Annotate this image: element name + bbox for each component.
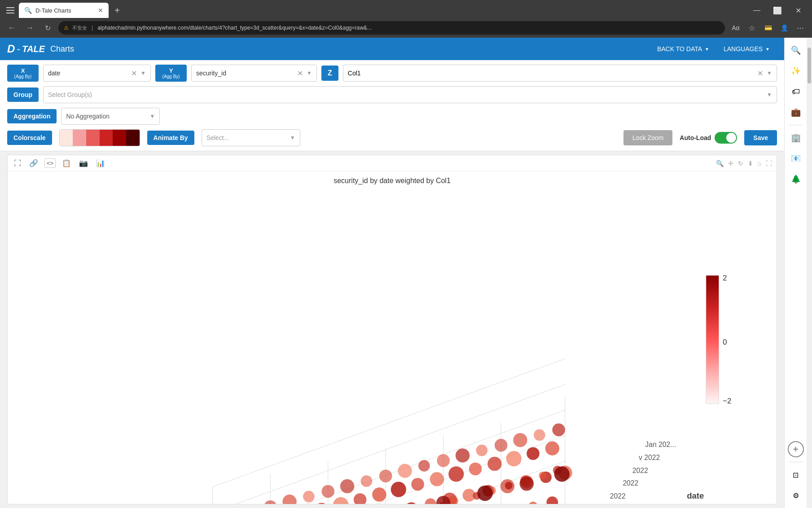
back-to-data-button[interactable]: BACK TO DATA ▼ (650, 42, 716, 56)
restore-button[interactable]: ⬜ (767, 1, 788, 19)
chart-content: security_id by date weighted by Col1 (8, 171, 777, 504)
search-sidebar-icon[interactable]: 🔍 (788, 42, 804, 58)
data-icon[interactable]: 📋 (60, 158, 73, 168)
copilot-sidebar-icon[interactable]: ✨ (788, 63, 804, 79)
svg-point-78 (437, 454, 450, 467)
svg-point-58 (372, 487, 386, 501)
camera-icon[interactable]: 📷 (77, 158, 90, 168)
favorites-button[interactable]: ☆ (745, 21, 759, 35)
x-axis-input[interactable]: date ✕ ▼ (43, 65, 151, 82)
pan-icon[interactable]: ✛ (728, 160, 733, 167)
y-axis-label-5: v 2022 (639, 454, 660, 461)
y-axis-label-3: 2022 (623, 479, 638, 487)
svg-point-82 (513, 433, 527, 447)
axis-row: X (Agg By) date ✕ ▼ Y (Agg By) security_… (7, 65, 777, 82)
scrollbar-track[interactable] (807, 38, 812, 508)
logo: D - TALE (7, 43, 45, 55)
tag-sidebar-icon[interactable]: 🏷 (788, 83, 804, 100)
svg-rect-0 (6, 7, 14, 8)
new-tab-button[interactable]: + (110, 4, 124, 17)
group-input[interactable]: Select Group(s) ▼ (43, 86, 777, 103)
save-button[interactable]: Save (744, 130, 777, 145)
chart-axes: 100k 100.005k 100.01k 100.015k 100.02k 1… (174, 359, 704, 504)
autoload-toggle[interactable] (715, 132, 737, 144)
more-button[interactable]: ⋯ (793, 21, 808, 35)
office-sidebar-icon[interactable]: 🏢 (788, 130, 804, 146)
fullscreen2-icon[interactable]: ⛶ (766, 160, 772, 167)
zoom-in-icon[interactable]: 🔍 (716, 160, 724, 167)
z-clear-button[interactable]: ✕ (757, 69, 763, 78)
aggregation-select[interactable]: No Aggregation ▼ (61, 108, 160, 125)
colorscale-preview[interactable] (59, 129, 140, 146)
settings-sidebar-icon[interactable]: ⚙ (788, 487, 804, 504)
y-axis-badge[interactable]: Y (Agg By) (155, 65, 187, 82)
url-bar[interactable]: ⚠ 不安全 | alphatechadmin.pythonanywhere.co… (58, 21, 725, 35)
export-icon[interactable]: 📊 (94, 158, 107, 168)
back-button[interactable]: ← (4, 21, 19, 35)
group-dropdown-icon[interactable]: ▼ (767, 92, 772, 98)
active-tab[interactable]: 🔍 D-Tale Charts ✕ (19, 3, 109, 18)
svg-point-74 (361, 475, 373, 487)
resize-sidebar-icon[interactable]: ⊡ (788, 467, 804, 483)
lock-zoom-button[interactable]: Lock Zoom (623, 130, 672, 145)
y-dropdown-icon[interactable]: ▼ (307, 70, 312, 76)
group-badge: Group (7, 88, 39, 102)
profile-button[interactable]: 👤 (777, 21, 791, 35)
refresh-button[interactable]: ↻ (40, 21, 55, 35)
fullscreen-icon[interactable]: ⛶ (12, 158, 23, 168)
home-icon[interactable]: ⌂ (758, 160, 761, 167)
right-sidebar: 🔍 ✨ 🏷 💼 🏢 📧 🌲 + ⊡ ⚙ (784, 38, 807, 508)
read-mode-button[interactable]: Aα (729, 21, 743, 35)
tab-close-button[interactable]: ✕ (98, 7, 103, 14)
languages-button[interactable]: LANGUAGES ▼ (716, 42, 777, 56)
forward-button[interactable]: → (22, 21, 37, 35)
svg-point-81 (495, 439, 508, 452)
colorbar-label-top: 2 (723, 274, 727, 282)
svg-point-110 (554, 466, 570, 482)
svg-point-69 (264, 500, 277, 504)
y-axis-input[interactable]: security_id ✕ ▼ (191, 65, 317, 82)
y-value: security_id (196, 70, 294, 77)
group-row: Group Select Group(s) ▼ (7, 86, 777, 103)
url-separator: | (92, 25, 93, 31)
add-sidebar-button[interactable]: + (788, 441, 804, 457)
x-axis-badge[interactable]: X (Agg By) (7, 65, 39, 82)
security-icon: ⚠ (64, 25, 69, 31)
svg-point-79 (456, 448, 470, 462)
x-clear-button[interactable]: ✕ (131, 69, 137, 78)
logo-dash-text: - (17, 43, 20, 55)
rotate-icon[interactable]: ↻ (738, 160, 743, 167)
animate-by-select[interactable]: Select... ▼ (202, 129, 300, 146)
app-title: Charts (50, 44, 74, 54)
z-axis-badge[interactable]: Z (321, 66, 338, 81)
code-icon[interactable]: <> (44, 158, 56, 168)
scrollbar-thumb[interactable] (808, 48, 811, 83)
svg-point-71 (303, 490, 315, 502)
x-dropdown-icon[interactable]: ▼ (140, 70, 146, 76)
briefcase-sidebar-icon[interactable]: 💼 (788, 104, 804, 120)
svg-point-67 (545, 442, 559, 455)
y-axis-label-2: 2022 (610, 492, 626, 500)
link-icon[interactable]: 🔗 (27, 158, 40, 168)
agg-dropdown-icon[interactable]: ▼ (150, 113, 155, 119)
cs-swatch-3 (86, 130, 100, 146)
outlook-sidebar-icon[interactable]: 📧 (788, 150, 804, 166)
z-axis-input[interactable]: Col1 ✕ ▼ (343, 65, 777, 82)
svg-point-80 (476, 445, 488, 456)
svg-point-57 (354, 493, 367, 504)
cs-swatch-4 (100, 130, 113, 146)
y-clear-button[interactable]: ✕ (297, 69, 303, 78)
wallet-button[interactable]: 💳 (761, 21, 775, 35)
svg-point-61 (430, 472, 444, 486)
aggregation-badge: Aggregation (7, 109, 57, 123)
animate-dropdown-icon[interactable]: ▼ (290, 135, 295, 141)
minimize-button[interactable]: — (746, 1, 767, 19)
close-button[interactable]: ✕ (788, 1, 808, 19)
x-value: date (48, 70, 127, 77)
sidebar-toggle[interactable] (4, 4, 17, 17)
sidebar-divider-1 (789, 125, 803, 125)
tree-sidebar-icon[interactable]: 🌲 (788, 171, 804, 187)
svg-point-101 (539, 472, 546, 479)
download-icon[interactable]: ⬇ (748, 160, 753, 167)
z-dropdown-icon[interactable]: ▼ (767, 70, 772, 76)
